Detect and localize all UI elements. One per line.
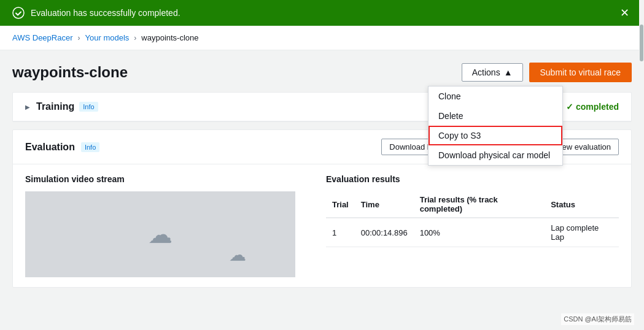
breadcrumb: AWS DeepRacer › Your models › waypoints-…	[0, 26, 644, 50]
breadcrumb-separator-1: ›	[78, 34, 80, 42]
training-info-badge[interactable]: Info	[79, 102, 98, 112]
actions-dropdown-menu: Clone Delete Copy to S3 Download physica…	[428, 86, 563, 166]
scrollbar-thumb[interactable]	[640, 25, 643, 61]
scrollbar-track	[639, 0, 644, 330]
dropdown-item-copy-to-s3[interactable]: Copy to S3	[429, 126, 562, 145]
submit-to-virtual-race-button[interactable]: Submit to virtual race	[529, 63, 632, 82]
actions-button[interactable]: Actions ▲	[462, 63, 523, 82]
evaluation-title-text: Evaluation	[25, 142, 75, 153]
cell-result: 100%	[414, 218, 545, 247]
evaluation-results-section: Evaluation results Trial Time Trial resu…	[326, 174, 619, 277]
success-banner: Evaluation has successfully completed. ✕	[0, 0, 644, 26]
actions-label: Actions	[472, 67, 500, 77]
actions-arrow-icon: ▲	[504, 67, 513, 77]
dropdown-item-download-physical[interactable]: Download physical car model	[429, 145, 562, 165]
training-title: Training Info	[36, 101, 98, 112]
cloud-icon-2: ☁	[229, 245, 246, 265]
cell-status: Lap complete Lap	[545, 218, 619, 247]
training-status-icon: ✓	[566, 102, 576, 112]
breadcrumb-deepracer-link[interactable]: AWS DeepRacer	[12, 33, 73, 42]
col-results: Trial results (% track completed)	[414, 191, 545, 218]
col-status: Status	[545, 191, 619, 218]
banner-close-button[interactable]: ✕	[618, 6, 632, 20]
training-status: ✓ completed	[566, 102, 619, 112]
breadcrumb-models-link[interactable]: Your models	[85, 33, 130, 42]
evaluation-info-badge[interactable]: Info	[81, 142, 99, 152]
table-row: 1 00:00:14.896 100% Lap complete Lap	[326, 218, 619, 247]
watermark: CSDN @AI架构师易筋	[561, 313, 634, 325]
breadcrumb-current: waypoints-clone	[141, 33, 198, 42]
simulation-video-title: Simulation video stream	[25, 174, 308, 184]
training-title-text: Training	[36, 101, 74, 112]
simulation-video-section: Simulation video stream ☁ ☁	[25, 174, 308, 277]
cell-trial: 1	[326, 218, 355, 247]
header-actions: Actions ▲ Submit to virtual race Clone D…	[462, 63, 632, 82]
banner-content: Evaluation has successfully completed.	[12, 7, 180, 19]
page-header: waypoints-clone Actions ▲ Submit to virt…	[12, 63, 632, 82]
evaluation-results-title: Evaluation results	[326, 174, 619, 184]
dropdown-item-clone[interactable]: Clone	[429, 86, 562, 106]
breadcrumb-separator-2: ›	[134, 34, 136, 42]
results-table-head: Trial Time Trial results (% track comple…	[326, 191, 619, 218]
results-table: Trial Time Trial results (% track comple…	[326, 191, 619, 247]
video-placeholder: ☁ ☁	[25, 191, 295, 277]
cloud-icon: ☁	[148, 220, 173, 248]
cell-time: 00:00:14.896	[355, 218, 414, 247]
training-expand-icon[interactable]: ▶	[25, 104, 30, 110]
page-title: waypoints-clone	[12, 64, 128, 81]
banner-message: Evaluation has successfully completed.	[31, 8, 180, 18]
evaluation-body: Simulation video stream ☁ ☁ Evaluation r…	[13, 164, 631, 287]
success-icon	[12, 7, 25, 19]
col-time: Time	[355, 191, 414, 218]
dropdown-item-delete[interactable]: Delete	[429, 106, 562, 126]
results-header-row: Trial Time Trial results (% track comple…	[326, 191, 619, 218]
col-trial: Trial	[326, 191, 355, 218]
main-content: waypoints-clone Actions ▲ Submit to virt…	[0, 50, 644, 288]
svg-point-0	[13, 7, 24, 18]
results-table-body: 1 00:00:14.896 100% Lap complete Lap	[326, 218, 619, 247]
